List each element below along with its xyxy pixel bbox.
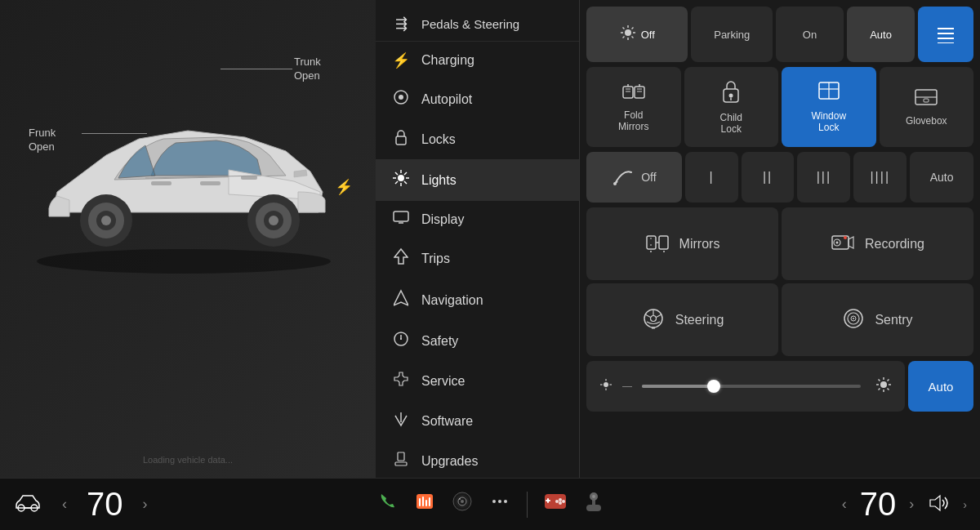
- svg-rect-15: [396, 136, 406, 145]
- svg-rect-62: [659, 236, 668, 249]
- svg-point-14: [399, 95, 403, 100]
- steering-btn[interactable]: Steering: [586, 283, 778, 356]
- svg-point-8: [101, 216, 111, 225]
- menu-item-trips[interactable]: Trips: [376, 238, 579, 279]
- window-lock-label: WindowLock: [811, 110, 846, 133]
- svg-marker-27: [394, 291, 408, 305]
- speed-right-prev-arrow[interactable]: ‹: [842, 496, 847, 513]
- brightness-slider-container[interactable]: —: [586, 361, 905, 412]
- autopilot-icon: [392, 89, 410, 109]
- speed-right-arrow[interactable]: ›: [143, 496, 148, 513]
- wiper-speed-3-btn[interactable]: |||: [797, 152, 850, 203]
- wiper-row: Off | || ||| |||| Auto: [586, 152, 973, 203]
- upgrades-label: Upgrades: [421, 454, 478, 469]
- svg-line-40: [631, 36, 633, 38]
- menu-item-display[interactable]: Display: [376, 201, 579, 238]
- window-lock-btn[interactable]: WindowLock: [782, 67, 876, 147]
- exterior-lights-row: Off Parking On Auto: [586, 7, 973, 62]
- recording-label: Recording: [865, 237, 924, 252]
- wiper-speed-4-label: ||||: [870, 170, 890, 185]
- svg-line-69: [656, 314, 662, 318]
- brightness-auto-label: Auto: [929, 380, 954, 394]
- car-image: ⚡: [8, 41, 359, 286]
- sentry-btn[interactable]: Sentry: [782, 283, 973, 356]
- taskbar-center: [252, 490, 728, 519]
- svg-line-23: [404, 172, 407, 175]
- lights-parking-btn[interactable]: Parking: [691, 7, 773, 62]
- menu-item-autopilot[interactable]: Autopilot: [376, 79, 579, 119]
- svg-point-113: [559, 501, 562, 505]
- volume-icon[interactable]: [927, 492, 950, 518]
- svg-point-114: [555, 500, 559, 503]
- speed-left-arrow[interactable]: ‹: [62, 496, 67, 513]
- brightness-row: — Auto: [586, 361, 973, 412]
- apps-icon[interactable]: [489, 491, 510, 518]
- menu-item-service[interactable]: Service: [376, 361, 579, 401]
- menu-item-software[interactable]: Software: [376, 401, 579, 441]
- brightness-min-icon: [599, 378, 612, 394]
- parking-label: Parking: [714, 29, 750, 41]
- menu-item-pedals[interactable]: ⇶ Pedals & Steering: [376, 7, 579, 42]
- glovebox-btn[interactable]: Glovebox: [880, 67, 974, 147]
- menu-item-safety[interactable]: Safety: [376, 321, 579, 361]
- svg-line-21: [395, 172, 398, 175]
- lights-label: Lights: [421, 173, 457, 188]
- menu-item-charging[interactable]: ⚡ Charging: [376, 42, 579, 79]
- svg-line-42: [622, 36, 624, 38]
- left-panels: Mirrors Steering: [586, 207, 778, 356]
- music-icon[interactable]: [414, 491, 435, 518]
- trips-label: Trips: [421, 252, 450, 266]
- list-icon: [934, 25, 957, 43]
- upgrades-icon: [392, 451, 410, 471]
- steering-label: Steering: [675, 313, 724, 327]
- svg-point-83: [880, 381, 887, 388]
- service-label: Service: [421, 374, 465, 389]
- child-lock-btn[interactable]: ChildLock: [684, 67, 779, 147]
- wiper-speed-1-btn[interactable]: |: [685, 152, 738, 203]
- wiper-speed-3-label: |||: [817, 170, 831, 185]
- car-footnote: Loading vehicle data...: [0, 455, 376, 465]
- lights-off-btn[interactable]: Off: [586, 7, 688, 62]
- recording-btn[interactable]: Recording: [782, 207, 973, 280]
- mirrors-icon: [645, 233, 670, 256]
- lights-list-btn[interactable]: [918, 7, 973, 62]
- wiper-auto-btn[interactable]: Auto: [910, 152, 973, 203]
- phone-icon[interactable]: [376, 491, 398, 518]
- wiper-off-btn[interactable]: Off: [586, 152, 682, 203]
- dashcam-icon[interactable]: [452, 491, 473, 518]
- svg-point-111: [559, 498, 562, 501]
- wiper-speed-2-btn[interactable]: ||: [742, 152, 795, 203]
- svg-point-105: [492, 500, 496, 503]
- svg-point-73: [844, 236, 847, 239]
- main-layout: Trunk Open FrunkOpen: [0, 0, 980, 478]
- svg-line-89: [888, 389, 889, 390]
- menu-item-upgrades[interactable]: Upgrades: [376, 441, 579, 478]
- joystick-icon[interactable]: [583, 490, 604, 519]
- car-icon[interactable]: [13, 492, 42, 518]
- svg-rect-48: [635, 87, 644, 98]
- lights-on-btn[interactable]: On: [776, 7, 844, 62]
- menu-item-navigation[interactable]: Navigation: [376, 279, 579, 321]
- lights-auto-btn[interactable]: Auto: [847, 7, 915, 62]
- mirrors-btn[interactable]: Mirrors: [586, 207, 778, 280]
- menu-item-locks[interactable]: Locks: [376, 119, 579, 159]
- auto-label: Auto: [870, 29, 892, 41]
- svg-point-52: [729, 94, 733, 98]
- games-icon[interactable]: [544, 491, 567, 518]
- menu-item-lights[interactable]: Lights: [376, 159, 579, 201]
- volume-arrow[interactable]: ›: [963, 498, 967, 511]
- wiper-speed-4-btn[interactable]: ||||: [853, 152, 906, 203]
- svg-line-91: [879, 389, 880, 390]
- lights-icon: [392, 169, 410, 191]
- brightness-auto-btn[interactable]: Auto: [908, 361, 973, 412]
- fold-mirrors-btn[interactable]: FoldMirrors: [586, 67, 681, 147]
- steering-icon: [641, 308, 666, 332]
- locks-row: FoldMirrors ChildLock: [586, 67, 973, 147]
- taskbar-left: ‹ 70 ›: [13, 486, 252, 523]
- svg-point-34: [625, 29, 631, 36]
- brightness-track[interactable]: [642, 385, 861, 388]
- sun-icon: [620, 24, 636, 45]
- locks-icon: [392, 129, 410, 149]
- speed-right-next-arrow[interactable]: ›: [909, 496, 914, 513]
- svg-point-66: [650, 315, 656, 321]
